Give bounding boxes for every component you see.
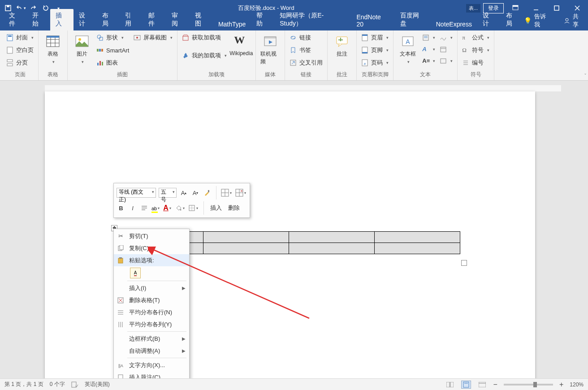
textbox-button[interactable]: A 文本框▾ (398, 32, 418, 64)
symbol-button[interactable]: Ω符号▾ (462, 45, 489, 56)
ctx-copy[interactable]: 复制(C) (114, 242, 189, 254)
ctx-dist-cols[interactable]: 平均分布各列(Y) (114, 318, 189, 330)
tab-endnote[interactable]: EndNote 20 (351, 11, 395, 30)
format-painter-button[interactable] (203, 188, 212, 197)
pagenumber-button[interactable]: #页码▾ (361, 57, 389, 68)
quickparts-button[interactable]: ▾ (422, 32, 435, 43)
tab-layout[interactable]: 布局 (97, 9, 120, 30)
datetime-button[interactable] (440, 44, 453, 55)
get-addins-button[interactable]: 获取加载项 (182, 32, 227, 43)
italic-button[interactable]: I (128, 204, 137, 212)
wikipedia-button[interactable]: W Wikipedia (231, 32, 251, 56)
table-button[interactable]: 表格▾ (43, 32, 63, 64)
tab-mathtype[interactable]: MathType (213, 18, 251, 30)
tab-references[interactable]: 引用 (120, 9, 143, 30)
tab-view[interactable]: 视图 (190, 9, 213, 30)
smartart-button[interactable]: SmartArt (96, 45, 129, 56)
font-family-select[interactable]: 等线 (西文正) (117, 188, 156, 198)
delete-cells-button[interactable]: ▾ (235, 189, 247, 197)
header-button[interactable]: 页眉▾ (361, 32, 389, 43)
horizontal-ruler[interactable] (45, 85, 561, 91)
share-button[interactable]: 共享 (573, 13, 584, 29)
paste-icon (117, 256, 125, 264)
word-count[interactable]: 0 个字 (50, 381, 65, 388)
tab-baidupan[interactable]: 百度网盘 (395, 9, 431, 30)
shading-button[interactable]: ▾ (175, 204, 186, 212)
wordart-button[interactable]: A▾ (422, 44, 435, 55)
my-addins-button[interactable]: 我的加载项▾ (182, 50, 227, 61)
crossref-button[interactable]: 交叉引用 (290, 57, 323, 68)
footer-button[interactable]: 页脚▾ (361, 45, 389, 56)
insert-cells-button[interactable]: ▾ (221, 189, 233, 197)
blank-page-button[interactable]: 空白页 (6, 45, 34, 56)
ctx-text-direction[interactable]: ||A文字方向(X)... (114, 359, 189, 371)
tab-home[interactable]: 开始 (27, 9, 50, 30)
tellme-button[interactable]: 告诉我 (534, 13, 552, 29)
tab-review[interactable]: 审阅 (166, 9, 190, 30)
zoom-slider[interactable] (504, 384, 553, 386)
page-indicator[interactable]: 第 1 页，共 1 页 (4, 381, 43, 388)
zoom-in-button[interactable]: + (559, 381, 563, 389)
page-break-button[interactable]: 分页 (6, 57, 34, 68)
print-layout-button[interactable] (461, 381, 471, 389)
borders-button[interactable]: ▾ (188, 204, 199, 212)
tab-design[interactable]: 设计 (74, 9, 97, 30)
svg-point-29 (136, 37, 138, 39)
tab-help[interactable]: 帮助 (251, 9, 274, 30)
ctx-dist-rows[interactable]: 平均分布各行(N) (114, 306, 189, 318)
tab-estudy[interactable]: 知网研学（原E-Study） (274, 9, 351, 30)
number-button[interactable]: 编号 (462, 57, 489, 68)
ctx-insert[interactable]: 插入(I)▶ (114, 282, 189, 294)
tab-insert[interactable]: 插入 (50, 9, 74, 30)
svg-rect-54 (208, 190, 209, 192)
group-media-label: 媒体 (260, 70, 280, 80)
link-button[interactable]: 链接 (290, 32, 323, 43)
tab-mailings[interactable]: 邮件 (143, 9, 166, 30)
group-pages: 封面▾ 空白页 分页 页面 (2, 30, 39, 80)
language-indicator[interactable]: 英语(美国) (85, 381, 110, 388)
tab-noteexpress[interactable]: NoteExpress (431, 18, 477, 30)
video-icon (263, 34, 277, 48)
font-size-select[interactable]: 五号 (159, 188, 177, 198)
shrink-font-button[interactable]: A▾ (191, 188, 200, 197)
cover-page-button[interactable]: 封面▾ (6, 32, 34, 43)
collapse-ribbon-button[interactable]: ˇ (584, 73, 586, 78)
dropcap-button[interactable]: A≡▾ (422, 56, 435, 66)
font-color-button[interactable]: A▾ (163, 204, 172, 212)
zoom-level[interactable]: 120% (570, 381, 584, 388)
align-button[interactable] (140, 204, 149, 212)
signature-button[interactable]: ▾ (440, 32, 453, 43)
ctx-border-style[interactable]: 边框样式(B)▶ (114, 333, 189, 345)
pictures-button[interactable]: 图片▾ (72, 32, 92, 64)
read-mode-button[interactable] (445, 381, 455, 389)
chart-button[interactable]: 图表 (96, 57, 129, 68)
bold-button[interactable]: B (117, 204, 125, 212)
table-resize-handle[interactable] (461, 260, 467, 266)
web-layout-button[interactable] (477, 381, 487, 389)
bookmark-button[interactable]: 书签 (290, 45, 323, 56)
equation-button[interactable]: π公式▾ (462, 32, 489, 43)
online-video-button[interactable]: 联机视频 (260, 32, 280, 65)
signature-icon (440, 34, 447, 41)
ctx-delete-table[interactable]: 删除表格(T) (114, 294, 189, 306)
tab-table-design[interactable]: 设计 (477, 9, 501, 30)
screenshot-button[interactable]: 屏幕截图▾ (134, 32, 173, 43)
wikipedia-icon: W (234, 34, 248, 48)
ctx-paste-options[interactable]: 粘贴选项: (114, 254, 189, 266)
grid-delete-icon (235, 189, 243, 197)
svg-rect-24 (101, 49, 103, 52)
ctx-caption[interactable]: 插入题注(C)... (114, 371, 189, 378)
ctx-cut[interactable]: ✂剪切(T) (114, 230, 189, 242)
tab-file[interactable]: 文件 (4, 9, 27, 30)
highlight-button[interactable]: ab▾ (151, 204, 160, 212)
paste-keep-source-button[interactable]: A (130, 268, 141, 278)
comment-button[interactable]: 批注 (332, 32, 352, 58)
proofing-icon[interactable] (71, 381, 78, 388)
object-button[interactable]: ▾ (440, 56, 453, 66)
shapes-button[interactable]: 形状▾ (96, 32, 129, 43)
svg-rect-92 (479, 382, 486, 387)
zoom-out-button[interactable]: − (493, 381, 497, 389)
ctx-autofit[interactable]: 自动调整(A)▶ (114, 345, 189, 357)
tab-table-layout[interactable]: 布局 (501, 9, 524, 30)
grow-font-button[interactable]: A▴ (179, 188, 188, 197)
